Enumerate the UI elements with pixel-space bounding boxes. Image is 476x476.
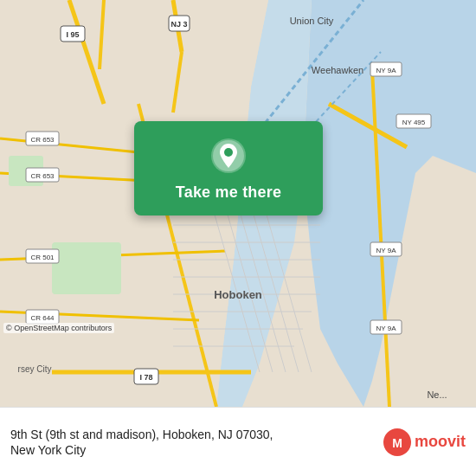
- svg-text:NY 9A: NY 9A: [376, 325, 397, 332]
- moovit-icon: M: [383, 428, 411, 456]
- svg-text:CR 644: CR 644: [30, 314, 55, 322]
- svg-text:I 95: I 95: [66, 30, 79, 39]
- take-me-there-button[interactable]: Take me there: [176, 183, 281, 202]
- svg-text:Ne...: Ne...: [427, 389, 447, 400]
- svg-text:Union City: Union City: [290, 16, 334, 26]
- moovit-logo: M moovit: [383, 428, 466, 456]
- city-line: New York City: [10, 443, 383, 457]
- address-line: 9th St (9th st and madison), Hoboken, NJ…: [10, 427, 383, 444]
- svg-text:NY 9A: NY 9A: [376, 247, 397, 254]
- svg-text:CR 653: CR 653: [30, 172, 55, 180]
- svg-text:Hoboken: Hoboken: [214, 288, 262, 301]
- map-container: I 95 NJ 3 CR 653 CR 653 CR 501 CR 644 I …: [0, 0, 476, 407]
- svg-text:I 78: I 78: [139, 373, 152, 382]
- info-bar: 9th St (9th st and madison), Hoboken, NJ…: [0, 407, 476, 476]
- action-card[interactable]: Take me there: [134, 121, 323, 215]
- svg-text:NY 9A: NY 9A: [376, 67, 397, 74]
- svg-point-66: [224, 148, 233, 157]
- svg-text:NJ 3: NJ 3: [170, 20, 187, 29]
- svg-text:M: M: [392, 436, 402, 450]
- svg-text:rsey City: rsey City: [18, 364, 52, 374]
- svg-text:Weehawken: Weehawken: [312, 65, 363, 75]
- svg-rect-35: [52, 242, 121, 294]
- svg-text:CR 501: CR 501: [30, 254, 55, 261]
- osm-attribution: © OpenStreetMap contributors: [3, 323, 114, 333]
- info-text: 9th St (9th st and madison), Hoboken, NJ…: [10, 427, 383, 458]
- location-pin-icon: [209, 137, 248, 175]
- moovit-text: moovit: [415, 433, 466, 451]
- svg-text:NY 495: NY 495: [402, 119, 426, 126]
- svg-text:CR 653: CR 653: [30, 136, 55, 144]
